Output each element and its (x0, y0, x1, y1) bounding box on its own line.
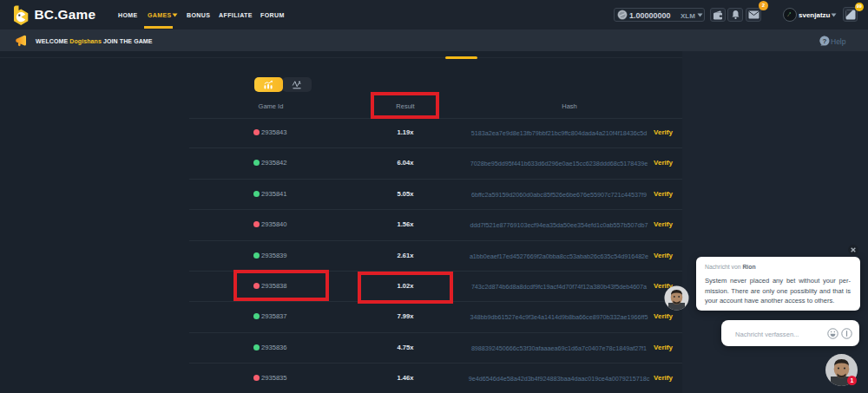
svg-text:?: ? (823, 37, 827, 45)
